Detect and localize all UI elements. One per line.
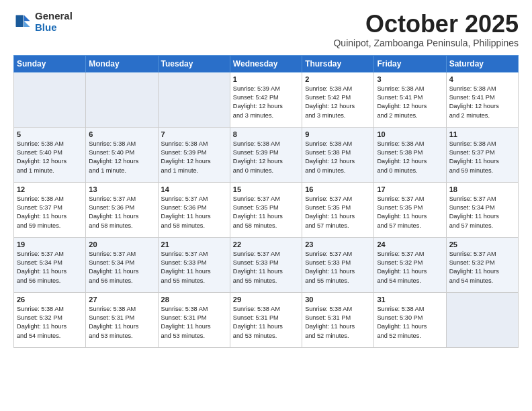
day-info: Sunrise: 5:39 AM Sunset: 5:42 PM Dayligh… xyxy=(233,85,299,120)
col-thursday: Thursday xyxy=(302,55,374,72)
day-info: Sunrise: 5:37 AM Sunset: 5:35 PM Dayligh… xyxy=(305,195,371,230)
calendar-day: 5Sunrise: 5:38 AM Sunset: 5:40 PM Daylig… xyxy=(14,127,86,182)
logo-icon xyxy=(13,13,32,32)
calendar-day: 24Sunrise: 5:37 AM Sunset: 5:32 PM Dayli… xyxy=(374,237,446,292)
day-number: 25 xyxy=(449,240,515,248)
day-number: 13 xyxy=(89,185,154,193)
calendar-header-row: Sunday Monday Tuesday Wednesday Thursday… xyxy=(14,55,519,72)
calendar-day xyxy=(158,72,230,127)
header: General Blue October 2025 Quinipot, Zamb… xyxy=(13,11,519,48)
col-wednesday: Wednesday xyxy=(230,55,302,72)
col-monday: Monday xyxy=(86,55,158,72)
calendar-day: 10Sunrise: 5:38 AM Sunset: 5:38 PM Dayli… xyxy=(374,127,446,182)
calendar-day: 12Sunrise: 5:38 AM Sunset: 5:37 PM Dayli… xyxy=(14,182,86,237)
day-number: 10 xyxy=(377,130,443,138)
calendar-day: 20Sunrise: 5:37 AM Sunset: 5:34 PM Dayli… xyxy=(86,237,158,292)
calendar-week-2: 5Sunrise: 5:38 AM Sunset: 5:40 PM Daylig… xyxy=(14,127,519,182)
day-number: 5 xyxy=(17,130,83,138)
calendar-day: 4Sunrise: 5:38 AM Sunset: 5:41 PM Daylig… xyxy=(446,72,518,127)
calendar-day: 27Sunrise: 5:38 AM Sunset: 5:31 PM Dayli… xyxy=(86,292,158,347)
calendar-day: 23Sunrise: 5:37 AM Sunset: 5:33 PM Dayli… xyxy=(302,237,374,292)
logo: General Blue xyxy=(13,11,73,33)
day-number: 14 xyxy=(161,185,227,193)
col-tuesday: Tuesday xyxy=(158,55,230,72)
calendar-week-3: 12Sunrise: 5:38 AM Sunset: 5:37 PM Dayli… xyxy=(14,182,519,237)
day-info: Sunrise: 5:38 AM Sunset: 5:39 PM Dayligh… xyxy=(161,140,227,175)
calendar-day: 1Sunrise: 5:39 AM Sunset: 5:42 PM Daylig… xyxy=(230,72,302,127)
day-number: 15 xyxy=(233,185,299,193)
calendar-day: 9Sunrise: 5:38 AM Sunset: 5:38 PM Daylig… xyxy=(302,127,374,182)
day-info: Sunrise: 5:37 AM Sunset: 5:33 PM Dayligh… xyxy=(233,250,299,285)
day-info: Sunrise: 5:38 AM Sunset: 5:38 PM Dayligh… xyxy=(305,140,371,175)
day-info: Sunrise: 5:37 AM Sunset: 5:33 PM Dayligh… xyxy=(305,250,371,285)
day-info: Sunrise: 5:38 AM Sunset: 5:31 PM Dayligh… xyxy=(161,305,227,340)
calendar-day: 28Sunrise: 5:38 AM Sunset: 5:31 PM Dayli… xyxy=(158,292,230,347)
day-info: Sunrise: 5:38 AM Sunset: 5:32 PM Dayligh… xyxy=(17,305,83,340)
day-number: 12 xyxy=(17,185,83,193)
logo-blue: Blue xyxy=(35,22,73,34)
calendar-day: 25Sunrise: 5:37 AM Sunset: 5:32 PM Dayli… xyxy=(446,237,518,292)
svg-marker-1 xyxy=(24,21,30,27)
day-number: 19 xyxy=(17,240,83,248)
day-info: Sunrise: 5:38 AM Sunset: 5:38 PM Dayligh… xyxy=(377,140,443,175)
day-number: 8 xyxy=(233,130,299,138)
day-number: 1 xyxy=(233,75,299,83)
day-info: Sunrise: 5:38 AM Sunset: 5:41 PM Dayligh… xyxy=(449,85,515,120)
day-number: 26 xyxy=(17,295,83,304)
calendar-day xyxy=(446,292,518,347)
calendar-day: 8Sunrise: 5:38 AM Sunset: 5:39 PM Daylig… xyxy=(230,127,302,182)
day-info: Sunrise: 5:37 AM Sunset: 5:35 PM Dayligh… xyxy=(233,195,299,230)
day-info: Sunrise: 5:37 AM Sunset: 5:36 PM Dayligh… xyxy=(161,195,227,230)
col-saturday: Saturday xyxy=(446,55,518,72)
calendar-day: 30Sunrise: 5:38 AM Sunset: 5:31 PM Dayli… xyxy=(302,292,374,347)
day-number: 27 xyxy=(89,295,154,304)
calendar-day: 16Sunrise: 5:37 AM Sunset: 5:35 PM Dayli… xyxy=(302,182,374,237)
month-title: October 2025 xyxy=(333,11,519,38)
calendar-table: Sunday Monday Tuesday Wednesday Thursday… xyxy=(13,55,519,348)
day-number: 6 xyxy=(89,130,154,138)
day-info: Sunrise: 5:38 AM Sunset: 5:39 PM Dayligh… xyxy=(233,140,299,175)
day-number: 16 xyxy=(305,185,371,193)
calendar-day: 31Sunrise: 5:38 AM Sunset: 5:30 PM Dayli… xyxy=(374,292,446,347)
day-info: Sunrise: 5:37 AM Sunset: 5:36 PM Dayligh… xyxy=(89,195,154,230)
day-info: Sunrise: 5:37 AM Sunset: 5:32 PM Dayligh… xyxy=(377,250,443,285)
day-info: Sunrise: 5:38 AM Sunset: 5:40 PM Dayligh… xyxy=(89,140,154,175)
day-info: Sunrise: 5:37 AM Sunset: 5:35 PM Dayligh… xyxy=(377,195,443,230)
day-number: 18 xyxy=(449,185,515,193)
day-number: 29 xyxy=(233,295,299,304)
col-sunday: Sunday xyxy=(14,55,86,72)
calendar-day: 17Sunrise: 5:37 AM Sunset: 5:35 PM Dayli… xyxy=(374,182,446,237)
day-info: Sunrise: 5:38 AM Sunset: 5:37 PM Dayligh… xyxy=(449,140,515,175)
calendar-week-5: 26Sunrise: 5:38 AM Sunset: 5:32 PM Dayli… xyxy=(14,292,519,347)
day-number: 22 xyxy=(233,240,299,248)
calendar-week-1: 1Sunrise: 5:39 AM Sunset: 5:42 PM Daylig… xyxy=(14,72,519,127)
calendar-page: General Blue October 2025 Quinipot, Zamb… xyxy=(0,0,532,359)
day-number: 3 xyxy=(377,75,443,83)
calendar-day xyxy=(86,72,158,127)
logo-general: General xyxy=(35,11,73,22)
day-number: 24 xyxy=(377,240,443,248)
day-number: 4 xyxy=(449,75,515,83)
day-info: Sunrise: 5:38 AM Sunset: 5:40 PM Dayligh… xyxy=(17,140,83,175)
day-info: Sunrise: 5:37 AM Sunset: 5:34 PM Dayligh… xyxy=(17,250,83,285)
calendar-day: 6Sunrise: 5:38 AM Sunset: 5:40 PM Daylig… xyxy=(86,127,158,182)
day-info: Sunrise: 5:38 AM Sunset: 5:41 PM Dayligh… xyxy=(377,85,443,120)
calendar-day: 2Sunrise: 5:38 AM Sunset: 5:42 PM Daylig… xyxy=(302,72,374,127)
day-info: Sunrise: 5:37 AM Sunset: 5:32 PM Dayligh… xyxy=(449,250,515,285)
svg-rect-2 xyxy=(16,15,24,27)
col-friday: Friday xyxy=(374,55,446,72)
title-block: October 2025 Quinipot, Zamboanga Peninsu… xyxy=(333,11,519,48)
day-info: Sunrise: 5:37 AM Sunset: 5:34 PM Dayligh… xyxy=(449,195,515,230)
day-number: 23 xyxy=(305,240,371,248)
day-number: 17 xyxy=(377,185,443,193)
day-number: 21 xyxy=(161,240,227,248)
calendar-day: 26Sunrise: 5:38 AM Sunset: 5:32 PM Dayli… xyxy=(14,292,86,347)
day-info: Sunrise: 5:38 AM Sunset: 5:31 PM Dayligh… xyxy=(305,305,371,340)
day-number: 7 xyxy=(161,130,227,138)
calendar-day: 29Sunrise: 5:38 AM Sunset: 5:31 PM Dayli… xyxy=(230,292,302,347)
calendar-day: 15Sunrise: 5:37 AM Sunset: 5:35 PM Dayli… xyxy=(230,182,302,237)
calendar-day: 14Sunrise: 5:37 AM Sunset: 5:36 PM Dayli… xyxy=(158,182,230,237)
calendar-day: 19Sunrise: 5:37 AM Sunset: 5:34 PM Dayli… xyxy=(14,237,86,292)
day-info: Sunrise: 5:38 AM Sunset: 5:37 PM Dayligh… xyxy=(17,195,83,230)
day-number: 11 xyxy=(449,130,515,138)
